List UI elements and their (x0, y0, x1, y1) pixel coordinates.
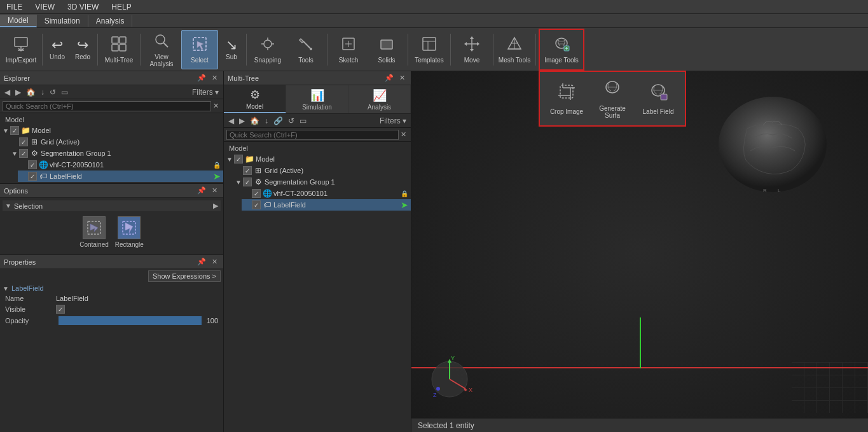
check-grid[interactable] (19, 137, 28, 146)
explorer-refresh-btn[interactable]: ↺ (48, 87, 58, 97)
multi-tree-icon (110, 35, 128, 55)
templates-label: Templates (415, 57, 444, 64)
multitree-close-btn[interactable]: ✕ (397, 73, 407, 83)
rectangle-label: Rectangle (115, 241, 144, 248)
tree-item-seg-group[interactable]: ▼ ⚙ Segmentation Group 1 (9, 148, 223, 159)
generate-surfa-button[interactable]: Generate Surfa (591, 77, 634, 120)
mt-filter-btn[interactable]: Filters ▾ (378, 116, 408, 126)
properties-close-btn[interactable]: ✕ (210, 257, 219, 267)
mt-check-grid[interactable] (243, 166, 252, 175)
explorer-pin-btn[interactable]: 📌 (195, 73, 208, 83)
menu-view[interactable]: VIEW (29, 1, 61, 13)
tree-item-grid[interactable]: ⊞ Grid (Active) (9, 136, 223, 148)
mt-tab-model[interactable]: ⚙ Model (224, 85, 286, 113)
properties-controls: 📌 ✕ (195, 257, 219, 267)
label-field-button[interactable]: Label Field (637, 77, 680, 120)
prop-visible-checkbox[interactable]: ✓ (56, 305, 65, 314)
snapping-button[interactable]: Snapping (249, 30, 286, 69)
options-pin-btn[interactable]: 📌 (195, 186, 208, 195)
mt-link-btn[interactable]: 🔗 (272, 116, 285, 126)
show-expressions-button[interactable]: Show Expressions > (148, 270, 221, 282)
prop-group-header[interactable]: ▼ LabelField (0, 283, 223, 293)
tools-button[interactable]: Tools (287, 30, 324, 69)
check-model[interactable] (10, 126, 19, 135)
explorer-view-btn[interactable]: ▭ (59, 87, 70, 97)
expand-vhf-icon (20, 162, 27, 169)
options-close-btn[interactable]: ✕ (210, 186, 219, 195)
sub-button[interactable]: ↘ Sub (219, 30, 244, 69)
explorer-filter-btn[interactable]: Filters ▾ (190, 87, 221, 97)
selection-section-header[interactable]: ▼ Selection ▶ (3, 200, 221, 211)
mt-check-seg[interactable] (243, 178, 252, 186)
check-seg[interactable] (19, 149, 28, 158)
seg-group-label: Segmentation Group 1 (41, 150, 111, 157)
tab-model[interactable]: Model (0, 15, 37, 27)
tree-item-labelfield[interactable]: 🏷 LabelField ➤ (18, 171, 223, 182)
multitree-pin-btn[interactable]: 📌 (383, 73, 396, 83)
mt-search-input[interactable] (226, 130, 399, 140)
imp-export-button[interactable]: Imp/Export (3, 30, 39, 69)
sub-icon: ↘ (226, 38, 237, 52)
explorer-forward-btn[interactable]: ▶ (13, 87, 23, 97)
mt-down-btn[interactable]: ↓ (263, 116, 270, 126)
tree-item-model[interactable]: ▼ 📁 Model (0, 125, 223, 136)
sketch-button[interactable]: Sketch (330, 30, 367, 69)
mt-back-btn[interactable]: ◀ (226, 116, 236, 126)
explorer-panel: Explorer 📌 ✕ ◀ ▶ 🏠 ↓ ↺ ▭ Filters ▾ ✕ (0, 71, 223, 184)
menu-3dview[interactable]: 3D VIEW (61, 1, 105, 13)
mt-tree-item-seg-group[interactable]: ▼ ⚙ Segmentation Group 1 (233, 176, 411, 188)
crop-image-button[interactable]: Crop Image (545, 77, 588, 120)
mt-expand-model-icon: ▼ (226, 156, 233, 163)
mt-forward-btn[interactable]: ▶ (237, 116, 247, 126)
contained-mode-btn[interactable]: Contained (79, 216, 109, 248)
mt-tab-analysis[interactable]: 📈 Analysis (348, 85, 411, 113)
mt-check-vhf[interactable] (252, 189, 261, 198)
tree-item-vhf-ct[interactable]: 🌐 vhf-CT-20050101 🔒 (18, 159, 223, 171)
templates-button[interactable]: Templates (411, 30, 448, 69)
explorer-back-btn[interactable]: ◀ (3, 87, 12, 97)
mt-check-model[interactable] (234, 155, 243, 164)
prop-name-row: Name LabelField (0, 293, 223, 303)
menu-file[interactable]: FILE (0, 1, 29, 13)
mt-simulation-icon: 📊 (310, 88, 324, 102)
crop-image-label: Crop Image (550, 108, 583, 115)
mt-search-clear[interactable]: ✕ (399, 130, 408, 139)
explorer-home-btn[interactable]: 🏠 (24, 87, 38, 97)
explorer-search-input[interactable] (3, 101, 211, 111)
imp-export-icon (12, 35, 30, 55)
rectangle-mode-btn[interactable]: Rectangle (115, 216, 144, 248)
lf-icon: 🏷 (39, 172, 48, 181)
mesh-tools-button[interactable]: Mesh Tools (496, 30, 533, 69)
arrow-lf-icon: ➤ (213, 171, 221, 181)
select-button[interactable]: Select (181, 30, 218, 69)
image-tools-button[interactable]: Image Tools (540, 30, 583, 69)
move-button[interactable]: Move (453, 30, 490, 69)
explorer-down-btn[interactable]: ↓ (39, 87, 46, 97)
mt-home-btn[interactable]: 🏠 (248, 116, 261, 126)
mt-tree-item-grid[interactable]: ⊞ Grid (Active) (233, 165, 411, 176)
check-vhf[interactable] (28, 160, 37, 169)
explorer-search-clear[interactable]: ✕ (211, 102, 221, 110)
mt-tree-item-model[interactable]: ▼ 📁 Model (224, 153, 411, 165)
view-analysis-button[interactable]: View Analysis (143, 30, 180, 69)
prop-opacity-row: Opacity 100 (0, 315, 223, 326)
menu-help[interactable]: HELP (105, 1, 137, 13)
mt-tree-item-labelfield[interactable]: 🏷 LabelField ➤ (242, 199, 411, 211)
sketch-label: Sketch (339, 57, 359, 64)
tab-simulation[interactable]: Simulation (37, 15, 88, 27)
mt-refresh-btn[interactable]: ↺ (286, 116, 296, 126)
mt-tree-item-vhf[interactable]: 🌐 vhf-CT-20050101 🔒 (242, 188, 411, 199)
mt-check-lf[interactable] (252, 200, 261, 209)
multi-tree-button[interactable]: Multi-Tree (100, 30, 137, 69)
check-lf[interactable] (28, 172, 37, 181)
mt-view-btn[interactable]: ▭ (298, 116, 308, 126)
undo-button[interactable]: ↩ Undo (45, 30, 69, 69)
redo-button[interactable]: ↪ Redo (71, 30, 95, 69)
properties-pin-btn[interactable]: 📌 (195, 257, 208, 267)
mt-grid-label: Grid (Active) (265, 167, 303, 174)
tab-analysis[interactable]: Analysis (88, 15, 133, 27)
mt-tab-simulation[interactable]: 📊 Simulation (286, 85, 348, 113)
explorer-close-btn[interactable]: ✕ (210, 73, 219, 83)
prop-opacity-slider[interactable] (59, 316, 202, 325)
solids-button[interactable]: Solids (368, 30, 405, 69)
